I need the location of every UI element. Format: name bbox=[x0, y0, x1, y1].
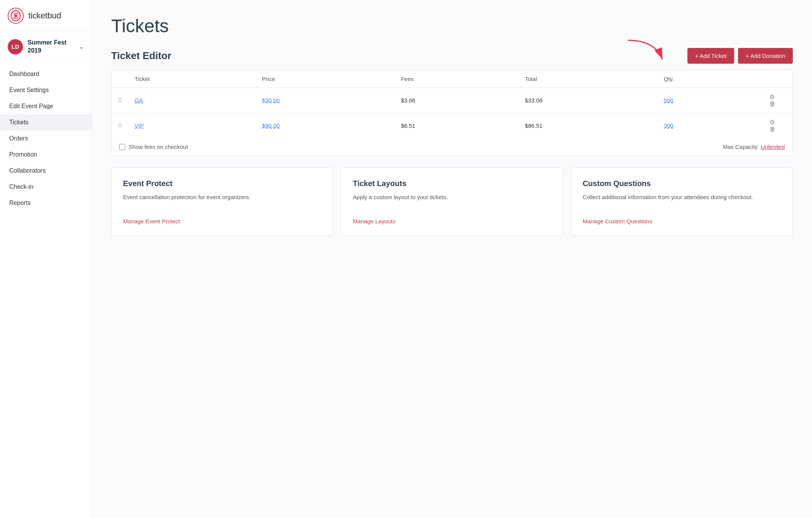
sidebar-item-orders[interactable]: Orders bbox=[0, 130, 92, 147]
table-row: ⠿ GA $30.00 $3.06 $33.06 500 bbox=[112, 88, 792, 113]
sidebar-item-promotion[interactable]: Promotion bbox=[0, 147, 92, 163]
price-cell: $30.00 bbox=[256, 88, 394, 113]
col-actions bbox=[762, 70, 792, 88]
sidebar-item-check-in[interactable]: Check-in bbox=[0, 179, 92, 195]
vip-qty-link[interactable]: 300 bbox=[664, 122, 673, 129]
show-fees-toggle[interactable]: Show fees on checkout bbox=[119, 144, 188, 150]
max-capacity-label: Max Capacity: bbox=[723, 144, 759, 150]
ticket-ga-link[interactable]: GA bbox=[135, 97, 143, 104]
actions-cell: ⚙ 🗑 bbox=[762, 113, 792, 139]
fees-cell: $6.51 bbox=[395, 113, 519, 139]
logo-area: ticketbud bbox=[0, 0, 92, 32]
ticket-editor-header: Ticket Editor + Add Ticket + Add Donatio… bbox=[111, 48, 793, 64]
ticket-name-cell: VIP bbox=[128, 113, 256, 139]
svg-point-1 bbox=[14, 14, 17, 17]
add-ticket-button[interactable]: + Add Ticket bbox=[687, 48, 734, 64]
total-cell: $86.51 bbox=[519, 113, 657, 139]
event-protect-title: Event Protect bbox=[123, 179, 321, 188]
custom-questions-description: Collect additional information from your… bbox=[583, 193, 781, 202]
sidebar-item-edit-event-page[interactable]: Edit Event Page bbox=[0, 98, 92, 114]
sidebar: ticketbud LD Summer Fest 2019 ⌄ Dashboar… bbox=[0, 0, 92, 518]
vip-price-link[interactable]: $80.00 bbox=[262, 122, 279, 129]
delete-icon[interactable]: 🗑 bbox=[769, 101, 776, 107]
col-price: Price bbox=[256, 70, 394, 88]
manage-event-protect-link[interactable]: Manage Event Protect bbox=[123, 218, 321, 224]
max-capacity-value[interactable]: Unlimited bbox=[761, 144, 785, 150]
manage-layouts-link[interactable]: Manage Layouts bbox=[353, 218, 551, 224]
custom-questions-title: Custom Questions bbox=[583, 179, 781, 188]
manage-custom-questions-link[interactable]: Manage Custom Questions bbox=[583, 218, 781, 224]
drag-handle-cell: ⠿ bbox=[112, 113, 128, 139]
sidebar-item-dashboard[interactable]: Dashboard bbox=[0, 66, 92, 82]
event-name: Summer Fest 2019 bbox=[28, 39, 79, 55]
drag-handle-icon[interactable]: ⠿ bbox=[118, 122, 122, 129]
drag-handle-icon[interactable]: ⠿ bbox=[118, 97, 122, 104]
ticket-editor-actions: + Add Ticket + Add Donation bbox=[687, 48, 793, 64]
table-footer: Show fees on checkout Max Capacity: Unli… bbox=[112, 138, 792, 155]
logo-text: ticketbud bbox=[28, 11, 61, 21]
show-fees-checkbox[interactable] bbox=[119, 144, 125, 150]
actions-cell: ⚙ 🗑 bbox=[762, 88, 792, 113]
ticket-editor-title: Ticket Editor bbox=[111, 50, 171, 62]
qty-cell: 300 bbox=[657, 113, 762, 139]
qty-cell: 500 bbox=[657, 88, 762, 113]
ticket-table-container: Ticket Price Fees Total Qty. ⠿ G bbox=[111, 70, 793, 156]
total-cell: $33.06 bbox=[519, 88, 657, 113]
price-cell: $80.00 bbox=[256, 113, 394, 139]
chevron-down-icon: ⌄ bbox=[79, 43, 84, 50]
table-row: ⠿ VIP $80.00 $6.51 $86.51 300 bbox=[112, 113, 792, 139]
ticket-editor-area: Ticket Editor + Add Ticket + Add Donatio… bbox=[111, 48, 793, 156]
ticket-layouts-card: Ticket Layouts Apply a custom layout to … bbox=[341, 167, 563, 236]
sidebar-item-collaborators[interactable]: Collaborators bbox=[0, 163, 92, 179]
ticket-layouts-description: Apply a custom layout to your tickets. bbox=[353, 193, 551, 202]
col-ticket: Ticket bbox=[128, 70, 256, 88]
fees-cell: $3.06 bbox=[395, 88, 519, 113]
add-donation-button[interactable]: + Add Donation bbox=[738, 48, 793, 64]
ticket-table: Ticket Price Fees Total Qty. ⠿ G bbox=[112, 70, 792, 138]
sidebar-item-tickets[interactable]: Tickets bbox=[0, 114, 92, 130]
col-qty: Qty. bbox=[657, 70, 762, 88]
info-cards: Event Protect Event cancellation protect… bbox=[111, 167, 793, 236]
drag-handle-cell: ⠿ bbox=[112, 88, 128, 113]
ga-qty-link[interactable]: 500 bbox=[664, 97, 673, 104]
sidebar-item-event-settings[interactable]: Event Settings bbox=[0, 82, 92, 98]
main-content: Tickets Ticket Editor + Add Ticket + Add… bbox=[92, 0, 812, 518]
ticketbud-logo-icon bbox=[8, 8, 24, 24]
show-fees-label-text: Show fees on checkout bbox=[128, 144, 188, 150]
delete-icon[interactable]: 🗑 bbox=[769, 126, 776, 132]
ticket-vip-link[interactable]: VIP bbox=[135, 122, 144, 129]
settings-icon[interactable]: ⚙ bbox=[769, 94, 775, 100]
sidebar-nav: Dashboard Event Settings Edit Event Page… bbox=[0, 62, 92, 215]
ticket-layouts-title: Ticket Layouts bbox=[353, 179, 551, 188]
page-title: Tickets bbox=[111, 15, 793, 36]
ticket-name-cell: GA bbox=[128, 88, 256, 113]
user-avatar: LD bbox=[8, 39, 23, 54]
col-total: Total bbox=[519, 70, 657, 88]
event-protect-description: Event cancellation protection for event … bbox=[123, 193, 321, 202]
sidebar-item-reports[interactable]: Reports bbox=[0, 195, 92, 211]
settings-icon[interactable]: ⚙ bbox=[769, 119, 775, 125]
custom-questions-card: Custom Questions Collect additional info… bbox=[571, 167, 793, 236]
col-fees: Fees bbox=[395, 70, 519, 88]
ga-price-link[interactable]: $30.00 bbox=[262, 97, 279, 104]
max-capacity: Max Capacity: Unlimited bbox=[723, 144, 785, 150]
event-protect-card: Event Protect Event cancellation protect… bbox=[111, 167, 333, 236]
col-drag bbox=[112, 70, 128, 88]
event-selector[interactable]: LD Summer Fest 2019 ⌄ bbox=[0, 32, 92, 62]
